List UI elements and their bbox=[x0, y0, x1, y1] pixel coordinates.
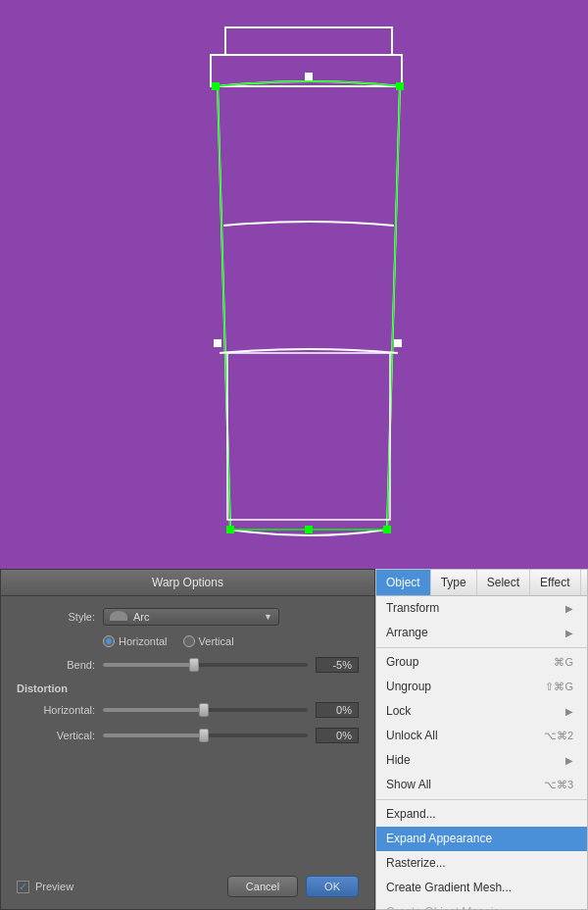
v-distortion-label: Vertical: bbox=[17, 730, 95, 741]
tab-select[interactable]: Select bbox=[477, 570, 530, 595]
group-label: Group bbox=[386, 655, 418, 669]
tab-type[interactable]: Type bbox=[431, 570, 477, 595]
menu-item-lock[interactable]: Lock ▶ bbox=[376, 699, 587, 724]
menu-item-ungroup[interactable]: Ungroup ⇧⌘G bbox=[376, 675, 587, 699]
horizontal-radio[interactable]: Horizontal bbox=[103, 635, 168, 647]
vertical-radio-circle bbox=[183, 635, 195, 647]
preview-checkbox-group[interactable]: ✓ Preview bbox=[17, 881, 74, 893]
v-distortion-slider[interactable] bbox=[103, 733, 308, 737]
anchor-top-right bbox=[396, 82, 404, 90]
menu-item-group[interactable]: Group ⌘G bbox=[376, 650, 587, 675]
dropdown-arrow-icon: ▼ bbox=[264, 612, 272, 622]
expand-appearance-label: Expand Appearance bbox=[386, 832, 492, 845]
canvas-area bbox=[0, 0, 588, 569]
menu-item-rasterize[interactable]: Rasterize... bbox=[376, 851, 587, 876]
dialog-buttons: Cancel OK bbox=[227, 876, 359, 897]
group-shortcut: ⌘G bbox=[554, 656, 573, 669]
show-all-label: Show All bbox=[386, 778, 431, 791]
object-menu: Object Type Select Effect Transform ▶ Ar… bbox=[375, 569, 588, 910]
transform-label: Transform bbox=[386, 601, 439, 615]
warp-dialog-title: Warp Options bbox=[1, 570, 374, 596]
anchor-bottom-mid bbox=[305, 526, 313, 533]
create-object-mosaic-label: Create Object Mosaic... bbox=[386, 905, 509, 910]
bend-row: Bend: -5% bbox=[17, 657, 359, 673]
separator-1 bbox=[376, 647, 587, 648]
separator-2 bbox=[376, 799, 587, 800]
anchor-bottom-left bbox=[226, 526, 234, 533]
warp-dialog-content: Style: Arc ▼ Horizontal Vertical bbox=[1, 596, 374, 868]
menu-item-unlock-all[interactable]: Unlock All ⌥⌘2 bbox=[376, 724, 587, 748]
menu-item-create-object-mosaic[interactable]: Create Object Mosaic... bbox=[376, 900, 587, 910]
cup-container bbox=[157, 20, 431, 553]
menu-header: Object Type Select Effect bbox=[376, 570, 587, 596]
warp-dialog: Warp Options Style: Arc ▼ Horizontal bbox=[0, 569, 375, 910]
anchor-top-mid bbox=[305, 73, 313, 80]
preview-checkbox[interactable]: ✓ bbox=[17, 881, 29, 893]
hide-label: Hide bbox=[386, 753, 411, 767]
object-menu-items: Transform ▶ Arrange ▶ Group ⌘G Ungroup ⇧… bbox=[376, 596, 587, 910]
distortion-section: Distortion Horizontal: 0% Vertical: bbox=[17, 682, 359, 743]
show-all-shortcut: ⌥⌘3 bbox=[544, 779, 573, 791]
lock-arrow-icon: ▶ bbox=[565, 706, 573, 717]
tab-object[interactable]: Object bbox=[376, 570, 431, 595]
anchor-bottom-right bbox=[383, 526, 391, 533]
anchor-mid-left bbox=[214, 339, 221, 347]
v-distortion-value[interactable]: 0% bbox=[316, 728, 359, 743]
rasterize-label: Rasterize... bbox=[386, 856, 446, 870]
cup-body-white bbox=[218, 81, 400, 535]
h-distortion-value[interactable]: 0% bbox=[316, 702, 359, 718]
cup-line-1 bbox=[223, 222, 394, 226]
tab-effect[interactable]: Effect bbox=[530, 570, 580, 595]
anchor-mid-right bbox=[394, 339, 402, 347]
ungroup-label: Ungroup bbox=[386, 680, 431, 693]
arrange-arrow-icon: ▶ bbox=[565, 628, 573, 638]
v-distortion-row: Vertical: 0% bbox=[17, 728, 359, 743]
horizontal-radio-circle bbox=[103, 635, 115, 647]
menu-item-show-all[interactable]: Show All ⌥⌘3 bbox=[376, 773, 587, 797]
style-select[interactable]: Arc ▼ bbox=[103, 608, 279, 626]
hide-arrow-icon: ▶ bbox=[565, 755, 573, 766]
ok-button[interactable]: OK bbox=[306, 876, 359, 897]
create-gradient-mesh-label: Create Gradient Mesh... bbox=[386, 881, 512, 894]
bend-label: Bend: bbox=[17, 659, 95, 671]
vertical-label: Vertical bbox=[199, 635, 234, 647]
style-value: Arc bbox=[133, 611, 264, 623]
unlock-all-label: Unlock All bbox=[386, 729, 438, 742]
horizontal-label: Horizontal bbox=[119, 635, 168, 647]
h-distortion-slider[interactable] bbox=[103, 708, 308, 712]
orientation-radio-group: Horizontal Vertical bbox=[103, 635, 359, 647]
style-row: Style: Arc ▼ bbox=[17, 608, 359, 626]
expand-label: Expand... bbox=[386, 807, 436, 821]
distortion-title: Distortion bbox=[17, 682, 359, 694]
arrange-label: Arrange bbox=[386, 626, 428, 639]
menu-item-create-gradient-mesh[interactable]: Create Gradient Mesh... bbox=[376, 876, 587, 900]
cup-lid-top bbox=[225, 27, 392, 55]
lock-label: Lock bbox=[386, 704, 411, 718]
ungroup-shortcut: ⇧⌘G bbox=[545, 681, 573, 693]
menu-item-arrange[interactable]: Arrange ▶ bbox=[376, 621, 587, 645]
cup-warp-left bbox=[218, 86, 230, 530]
anchor-top-left bbox=[212, 82, 220, 90]
bottom-panel: Warp Options Style: Arc ▼ Horizontal bbox=[0, 569, 588, 910]
cancel-button[interactable]: Cancel bbox=[227, 876, 298, 897]
h-distortion-row: Horizontal: 0% bbox=[17, 702, 359, 718]
bend-slider[interactable] bbox=[103, 663, 308, 667]
menu-item-expand[interactable]: Expand... bbox=[376, 802, 587, 827]
menu-item-hide[interactable]: Hide ▶ bbox=[376, 748, 587, 773]
cup-warp-right bbox=[387, 86, 400, 530]
cup-inner-rect bbox=[227, 353, 390, 520]
style-label: Style: bbox=[17, 611, 95, 623]
transform-arrow-icon: ▶ bbox=[565, 603, 573, 614]
vertical-radio[interactable]: Vertical bbox=[183, 635, 234, 647]
menu-item-expand-appearance[interactable]: Expand Appearance bbox=[376, 827, 587, 851]
h-distortion-label: Horizontal: bbox=[17, 704, 95, 716]
arc-icon bbox=[110, 611, 127, 623]
warp-dialog-footer: ✓ Preview Cancel OK bbox=[1, 868, 374, 909]
preview-label: Preview bbox=[35, 881, 74, 892]
bend-value[interactable]: -5% bbox=[316, 657, 359, 673]
menu-item-transform[interactable]: Transform ▶ bbox=[376, 596, 587, 621]
unlock-all-shortcut: ⌥⌘2 bbox=[544, 730, 573, 742]
